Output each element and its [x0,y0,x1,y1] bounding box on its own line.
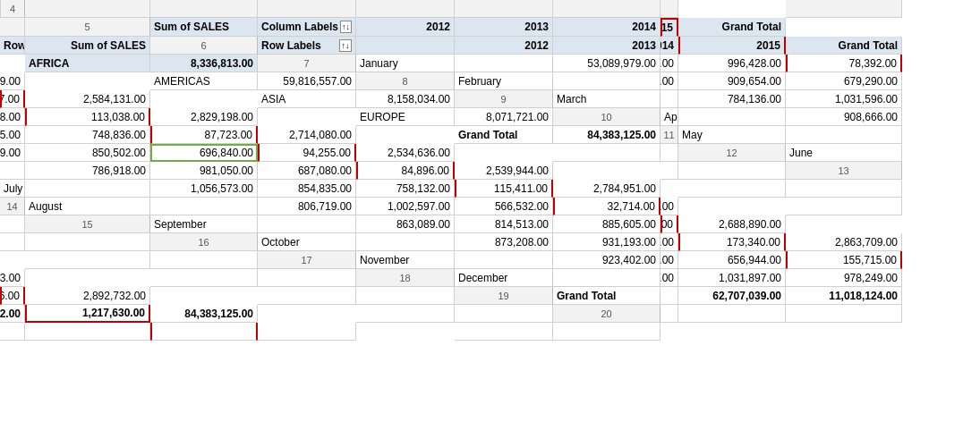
cell-r14-c6: 2,408,562.00 [660,198,678,215]
cell-r6-c7 [0,55,25,72]
spreadsheet: 45Sum of SALESColumn Labels↑↓20122013201… [0,0,980,341]
row-num-6: 6 [150,37,258,55]
cell-r8-c4: 679,290.00 [786,72,902,90]
cell-r11-c5: 94,255.00 [258,144,356,162]
cell-r7-c8: AMERICAS [150,72,258,90]
cell-r17-c6: 2,505,413.00 [0,269,25,287]
cell-r14-c8 [786,198,902,215]
cell-r4-c6 [660,0,678,18]
cell-r19-c5: 1,217,630.00 [25,305,150,323]
cell-r8-c2: 867,220.00 [660,72,678,90]
cell-r16-c5: 173,340.00 [678,233,786,251]
cell-r10-c6: 2,714,080.00 [258,126,356,144]
cell-r16-c8 [25,251,150,269]
cell-r9-c4: 900,428.00 [0,108,25,126]
cell-r13-c4: 758,132.00 [356,180,455,198]
row-num-13: 13 [786,162,902,180]
cell-r19-c4: 9,440,332.00 [0,305,25,323]
cell-r15-c8 [0,233,25,251]
cell-r13-c9 [786,180,902,198]
row-num-18: 18 [356,269,455,287]
cell-r13-c6: 2,784,951.00 [553,180,660,198]
cell-r4-c0 [25,0,150,18]
cell-r15-c7 [786,215,902,233]
cell-r17-c2: 923,402.00 [553,251,660,269]
cell-r17-c7 [25,269,150,287]
row-num-16: 16 [150,233,258,251]
cell-r18-c4: 978,249.00 [786,269,902,287]
cell-r6-c0: Row Labels↑↓ [258,37,356,55]
cell-r14-c9 [0,215,25,233]
cell-r19-c1 [660,287,678,305]
row-num-4: 4 [0,0,25,18]
cell-r6-c8: AFRICA [25,55,150,72]
cell-r11-c1 [786,126,902,144]
row-num-12: 12 [678,144,786,162]
cell-r9-c1 [660,90,678,108]
cell-r10-c4: 748,836.00 [25,126,150,144]
cell-r10-c1 [678,108,786,126]
cell-r7-c0: January [356,55,455,72]
cell-r9-c6: 2,829,198.00 [150,108,258,126]
cell-r17-c4: 656,944.00 [678,251,786,269]
cell-r20-c2 [786,305,902,323]
cell-r20-c5 [150,323,258,341]
cell-r16-c4: 885,968.00 [660,233,678,251]
cell-r15-c2: 863,089.00 [356,215,455,233]
cell-r4-c2 [258,0,356,18]
cell-r8-c6: 2,584,131.00 [25,90,150,108]
cell-r5-c1: Column Labels↑↓ [258,18,356,37]
cell-r11-c8 [553,144,660,162]
row-num-7: 7 [258,55,356,72]
cell-r5-c5: 2015 [660,18,678,37]
cell-r20-c1 [678,305,786,323]
cell-r12-c1 [0,162,25,180]
cell-r15-c1 [258,215,356,233]
cell-r20-c3 [0,323,25,341]
cell-r8-c5: 127,967.00 [0,90,25,108]
cell-r9-c9: 8,071,721.00 [455,108,553,126]
cell-r6-c2: 2012 [455,37,553,55]
cell-r4-c5 [553,0,660,18]
cell-r7-c3: 872,080.00 [660,55,678,72]
cell-r8-c3: 909,654.00 [678,72,786,90]
cell-r10-c9: 84,383,125.00 [553,126,660,144]
cell-r9-c5: 113,038.00 [25,108,150,126]
cell-r17-c9 [258,269,356,287]
row-num-10: 10 [553,108,660,126]
cell-r7-c7 [25,72,150,90]
cell-r5-c9: Sum of SALES [25,37,150,55]
cell-r7-c1 [455,55,553,72]
cell-r14-c0: August [25,198,150,215]
cell-r4-c3 [356,0,455,18]
cell-r18-c8 [258,287,356,305]
cell-r8-c8: ASIA [258,90,356,108]
cell-r12-c3: 981,050.00 [150,162,258,180]
cell-r4-c1 [150,0,258,18]
cell-r20-c7 [356,323,455,341]
cell-r4-c4 [455,0,553,18]
cell-r7-c4: 996,428.00 [678,55,786,72]
cell-r14-c2: 806,719.00 [258,198,356,215]
cell-r9-c7 [258,108,356,126]
cell-r12-c4: 687,080.00 [258,162,356,180]
cell-r7-c6: 55,036,879.00 [0,72,25,90]
cell-r19-c0: Grand Total [553,287,660,305]
row-num-11: 11 [660,126,678,144]
cell-r18-c5: 28,496.00 [0,287,25,305]
cell-r8-c7 [150,90,258,108]
cell-r7-c9: 59,816,557.00 [258,72,356,90]
cell-r14-c4: 566,532.00 [455,198,553,215]
cell-r17-c5: 155,715.00 [786,251,902,269]
cell-r18-c1 [553,269,660,287]
cell-r15-c9 [25,233,150,251]
cell-r11-c0: May [678,126,786,144]
cell-r9-c0: March [553,90,660,108]
cell-r5-c2: 2012 [356,18,455,37]
row-num-20: 20 [553,305,660,323]
cell-r7-c5: 78,392.00 [786,55,902,72]
cell-r5-c4: 2014 [553,18,660,37]
cell-r18-c0: December [455,269,553,287]
cell-r12-c2: 786,918.00 [25,162,150,180]
cell-r11-c3: 850,502.00 [25,144,150,162]
